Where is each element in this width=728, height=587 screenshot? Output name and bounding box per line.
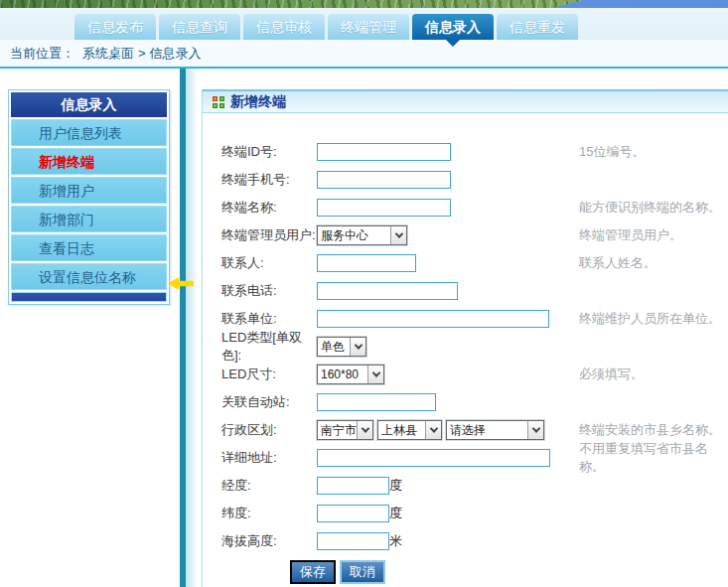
chevron-down-icon xyxy=(354,341,362,349)
form-row-longitude: 经度:度 xyxy=(221,472,728,500)
sidebar-item-add-department[interactable]: 新增部门 xyxy=(11,206,167,232)
led-size-select[interactable]: 160*80 xyxy=(317,365,384,384)
main-content-area: 信息录入 用户信息列表新增终端新增用户新增部门查看日志设置信息位名称 新增终端 … xyxy=(0,69,728,587)
tab-info-query[interactable]: 信息查询 xyxy=(159,14,240,40)
contact-person-field xyxy=(317,254,579,272)
contact-org-hint: 终端维护人员所在单位。 xyxy=(579,310,721,328)
dropdown-arrow-icon[interactable] xyxy=(357,421,372,439)
chevron-down-icon xyxy=(371,368,379,376)
breadcrumb-item-desktop[interactable]: 系统桌面 xyxy=(82,45,134,63)
admin-region-city-select[interactable]: 南宁市 xyxy=(317,420,373,440)
sidebar-item-add-terminal[interactable]: 新增终端 xyxy=(11,148,167,175)
chevron-down-icon xyxy=(531,424,539,432)
sidebar-item-view-logs[interactable]: 查看日志 xyxy=(11,234,167,261)
admin-region-field: 南宁市上林县请选择 xyxy=(317,420,579,440)
grid-squares-icon xyxy=(213,96,224,108)
form-row-detail-address: 详细地址:不用重复填写省市县名称。 xyxy=(221,444,728,472)
led-size-label: LED尺寸: xyxy=(221,366,317,383)
terminal-admin-user-field: 服务中心 xyxy=(317,225,579,245)
led-type-select-value: 单色 xyxy=(318,339,350,356)
terminal-id-label: 终端ID号: xyxy=(221,143,317,161)
linked-auto-station-label: 关联自动站: xyxy=(221,393,317,411)
dropdown-arrow-icon[interactable] xyxy=(390,226,406,244)
contact-person-label: 联系人: xyxy=(221,254,317,272)
chevron-down-icon xyxy=(394,229,402,237)
terminal-phone-label: 终端手机号: xyxy=(221,171,317,189)
detail-address-input[interactable] xyxy=(317,449,550,467)
led-type-select[interactable]: 单色 xyxy=(317,337,366,357)
panel-header: 新增终端 xyxy=(203,89,728,113)
save-button[interactable]: 保存 xyxy=(290,560,336,584)
terminal-admin-user-hint: 终端管理员用户。 xyxy=(579,226,682,244)
panel-title: 新增终端 xyxy=(230,93,286,111)
form-row-contact-phone: 联系电话: xyxy=(221,277,728,305)
terminal-name-label: 终端名称: xyxy=(221,199,317,217)
latitude-unit-label: 度 xyxy=(389,505,402,522)
sidebar-footer-bar xyxy=(11,292,167,302)
tab-info-audit[interactable]: 信息审核 xyxy=(243,14,325,40)
longitude-label: 经度: xyxy=(221,477,317,495)
form-row-altitude: 海拔高度:米 xyxy=(221,527,728,555)
altitude-label: 海拔高度: xyxy=(221,532,317,550)
contact-person-hint: 联系人姓名。 xyxy=(579,254,656,272)
altitude-input[interactable] xyxy=(317,532,389,550)
admin-region-township-select[interactable]: 请选择 xyxy=(446,420,544,440)
dropdown-arrow-icon[interactable] xyxy=(367,366,383,383)
terminal-id-input[interactable] xyxy=(317,143,451,161)
admin-region-city-select-value: 南宁市 xyxy=(318,422,357,439)
terminal-form: 终端ID号:15位编号。终端手机号:终端名称:能方便识别终端的名称。终端管理员用… xyxy=(203,113,728,587)
admin-region-county-select-value: 上林县 xyxy=(378,422,425,439)
detail-address-field xyxy=(317,449,579,467)
linked-auto-station-field xyxy=(317,393,579,411)
dropdown-arrow-icon[interactable] xyxy=(425,421,441,439)
form-row-terminal-admin-user: 终端管理员用户:服务中心终端管理员用户。 xyxy=(221,221,728,249)
sidebar-item-set-info-slot-name[interactable]: 设置信息位名称 xyxy=(11,263,167,290)
form-row-led-type: LED类型[单双色]:单色 xyxy=(221,333,728,361)
contact-org-input[interactable] xyxy=(317,310,549,328)
tab-terminal-manage[interactable]: 终端管理 xyxy=(328,14,409,40)
form-buttons: 保存取消 xyxy=(290,560,728,584)
terminal-name-input[interactable] xyxy=(317,199,451,217)
latitude-label: 纬度: xyxy=(221,505,317,522)
form-row-linked-auto-station: 关联自动站: xyxy=(221,388,728,416)
led-type-field: 单色 xyxy=(317,337,579,357)
terminal-admin-user-select[interactable]: 服务中心 xyxy=(317,225,407,245)
breadcrumb-item-current: 信息录入 xyxy=(150,45,202,63)
decorative-banner xyxy=(0,0,728,8)
terminal-name-hint: 能方便识别终端的名称。 xyxy=(579,199,721,217)
led-size-hint: 必须填写。 xyxy=(579,366,644,383)
contact-phone-input[interactable] xyxy=(317,282,458,300)
tab-info-resend[interactable]: 信息重发 xyxy=(497,14,578,40)
cancel-button[interactable]: 取消 xyxy=(340,560,385,584)
latitude-input[interactable] xyxy=(317,505,389,522)
form-row-terminal-phone: 终端手机号: xyxy=(221,166,728,194)
latitude-field: 度 xyxy=(317,505,579,522)
linked-auto-station-input[interactable] xyxy=(317,393,436,411)
dropdown-arrow-icon[interactable] xyxy=(350,338,365,356)
divider-shadow xyxy=(186,69,198,587)
breadcrumb: 当前位置： 系统桌面 > 信息录入 xyxy=(0,40,728,69)
sidebar-item-add-user[interactable]: 新增用户 xyxy=(11,177,167,204)
tab-info-entry[interactable]: 信息录入 xyxy=(412,14,494,40)
chevron-down-icon xyxy=(361,424,368,432)
terminal-admin-user-select-value: 服务中心 xyxy=(318,227,390,244)
terminal-phone-input[interactable] xyxy=(317,171,451,189)
add-terminal-panel: 新增终端 终端ID号:15位编号。终端手机号:终端名称:能方便识别终端的名称。终… xyxy=(202,89,728,587)
led-size-select-value: 160*80 xyxy=(318,367,367,381)
breadcrumb-separator: > xyxy=(138,46,146,61)
admin-region-township-select-value: 请选择 xyxy=(447,422,527,439)
admin-region-county-select[interactable]: 上林县 xyxy=(377,420,442,440)
terminal-admin-user-label: 终端管理员用户: xyxy=(221,226,317,244)
longitude-unit-label: 度 xyxy=(389,477,402,495)
sidebar-menu: 信息录入 用户信息列表新增终端新增用户新增部门查看日志设置信息位名称 xyxy=(8,89,170,305)
longitude-input[interactable] xyxy=(317,477,389,495)
contact-person-input[interactable] xyxy=(317,254,416,272)
admin-region-hint: 终端安装的市县乡名称。 xyxy=(579,421,721,439)
dropdown-arrow-icon[interactable] xyxy=(527,421,543,439)
altitude-unit-label: 米 xyxy=(389,532,402,550)
sidebar-title: 信息录入 xyxy=(11,92,167,117)
admin-region-label: 行政区划: xyxy=(221,421,317,439)
tab-info-publish[interactable]: 信息发布 xyxy=(74,14,156,40)
sidebar-item-user-info-list[interactable]: 用户信息列表 xyxy=(11,119,167,146)
detail-address-hint: 不用重复填写省市县名称。 xyxy=(579,440,728,476)
